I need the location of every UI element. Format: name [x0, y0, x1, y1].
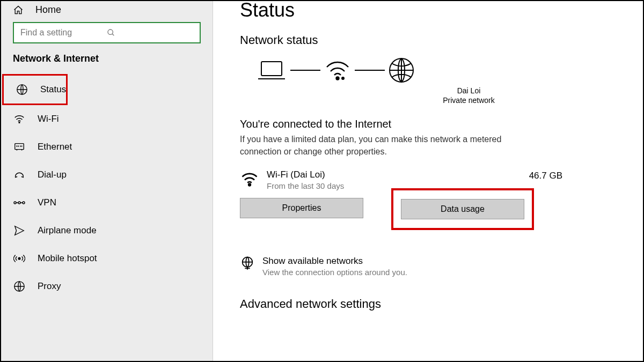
properties-button-label: Properties: [282, 203, 321, 213]
sidebar-item-ethernet[interactable]: Ethernet: [1, 133, 213, 161]
search-placeholder: Find a setting: [20, 28, 107, 38]
svg-rect-9: [261, 62, 282, 76]
network-status-heading: Network status: [240, 33, 627, 47]
wifi-router-icon: [324, 58, 352, 82]
sidebar-item-wifi[interactable]: Wi-Fi: [1, 105, 213, 133]
available-networks-title: Show available networks: [262, 256, 407, 267]
svg-point-7: [18, 257, 20, 260]
proxy-globe-icon: [13, 280, 26, 293]
sidebar-item-label: Status: [40, 84, 66, 95]
home-label: Home: [35, 4, 61, 16]
advanced-settings-heading: Advanced network settings: [240, 297, 627, 311]
sidebar-item-vpn[interactable]: VPN: [1, 189, 213, 217]
page-title: Status: [240, 1, 627, 21]
sidebar-item-label: Wi-Fi: [38, 114, 59, 124]
adapter-row: Wi-Fi (Dai Loi) From the last 30 days 46…: [240, 169, 627, 190]
svg-point-10: [336, 77, 339, 80]
available-networks-sub: View the connection options around you.: [262, 268, 407, 277]
data-usage-button-label: Data usage: [441, 204, 485, 214]
settings-sidebar: Home Find a setting Network & Internet S…: [1, 1, 213, 361]
sidebar-item-hotspot[interactable]: Mobile hotspot: [1, 245, 213, 272]
connected-subtext: If you have a limited data plan, you can…: [240, 134, 530, 158]
available-networks-icon: [240, 256, 255, 271]
svg-point-0: [108, 29, 113, 34]
show-available-networks[interactable]: Show available networks View the connect…: [240, 256, 627, 277]
sidebar-item-label: Dial-up: [38, 169, 67, 180]
sidebar-item-label: Mobile hotspot: [38, 253, 97, 264]
sidebar-item-label: VPN: [38, 197, 56, 208]
wifi-icon: [13, 113, 26, 125]
sidebar-item-dialup[interactable]: Dial-up: [1, 161, 213, 189]
ethernet-icon: [13, 141, 26, 153]
home-icon: [13, 5, 24, 16]
properties-button[interactable]: Properties: [240, 198, 363, 218]
svg-point-5: [18, 202, 20, 204]
hotspot-icon: [13, 252, 26, 265]
content-pane: Status Network status Dai Loi Private ne…: [213, 1, 643, 361]
diagram-network-type: Private network: [311, 95, 627, 105]
airplane-icon: [13, 224, 26, 237]
svg-point-11: [342, 77, 344, 79]
vpn-icon: [13, 196, 26, 209]
globe-icon: [16, 83, 28, 96]
data-usage-button[interactable]: Data usage: [401, 199, 524, 219]
sidebar-item-label: Ethernet: [38, 142, 72, 152]
dialup-icon: [13, 168, 26, 181]
sidebar-item-status[interactable]: Status: [2, 74, 68, 105]
adapter-usage: 46.7 GB: [529, 171, 562, 181]
sidebar-item-airplane[interactable]: Airplane mode: [1, 217, 213, 245]
sidebar-item-label: Proxy: [38, 281, 61, 292]
internet-globe-icon: [388, 57, 415, 84]
svg-point-6: [23, 202, 25, 204]
svg-rect-3: [15, 144, 24, 150]
laptop-icon: [256, 58, 287, 82]
connected-heading: You're connected to the Internet: [240, 118, 627, 130]
sidebar-item-label: Airplane mode: [38, 225, 97, 236]
adapter-name: Wi-Fi (Dai Loi): [267, 169, 522, 180]
network-diagram: [256, 57, 627, 84]
category-title: Network & Internet: [1, 53, 213, 74]
diagram-caption: Dai Loi Private network: [311, 86, 627, 105]
sidebar-item-proxy[interactable]: Proxy: [1, 272, 213, 300]
wifi-adapter-icon: [240, 169, 259, 189]
home-link[interactable]: Home: [1, 2, 213, 22]
svg-point-4: [14, 202, 16, 204]
search-icon: [107, 28, 193, 37]
search-input[interactable]: Find a setting: [13, 22, 201, 43]
svg-point-2: [19, 122, 20, 123]
svg-point-13: [248, 184, 251, 186]
diagram-ssid: Dai Loi: [311, 86, 627, 95]
